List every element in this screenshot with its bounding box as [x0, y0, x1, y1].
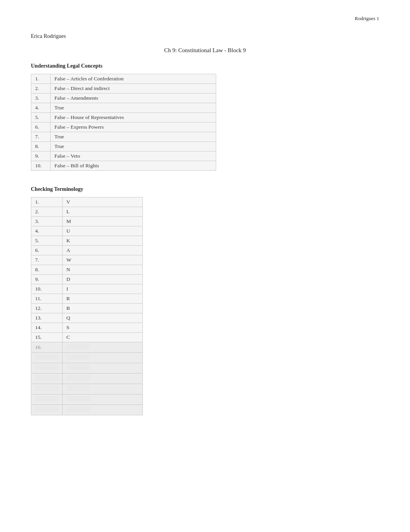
row-letter: [63, 363, 143, 374]
row-letter: W: [63, 255, 143, 265]
row-number: 1.: [31, 197, 63, 207]
row-number: [31, 405, 63, 415]
row-letter: [63, 384, 143, 394]
table-row: 14. S: [31, 323, 143, 333]
checking-terminology-table: 1. V 2. L 3. M 4. U 5. K 6. A 7. W 8.: [31, 197, 143, 415]
row-answer: True: [51, 142, 216, 151]
row-answer: False – Direct and indirect: [51, 84, 216, 93]
row-number: 10.: [31, 161, 51, 171]
row-letter: [63, 353, 143, 363]
table-row: 3. M: [31, 217, 143, 226]
table-row: 15. C: [31, 333, 143, 342]
row-number: 6.: [31, 246, 63, 255]
row-number: [31, 363, 63, 374]
row-answer: False – Bill of Rights: [51, 161, 216, 171]
row-number: 3.: [31, 93, 51, 103]
row-number: 10.: [31, 284, 63, 294]
row-letter: [63, 394, 143, 405]
row-number: 9.: [31, 275, 63, 284]
row-letter: B: [63, 304, 143, 313]
table-row: 10. False – Bill of Rights: [31, 161, 216, 171]
row-letter: V: [63, 197, 143, 207]
header-page-label: Rodrigues 1: [355, 15, 379, 22]
table-row: 5. False – House of Representatives: [31, 113, 216, 122]
author-line: Erica Rodrigues: [31, 33, 379, 39]
table-row: 7. W: [31, 255, 143, 265]
table-row: 12. B: [31, 304, 143, 313]
table-row: 4. U: [31, 226, 143, 236]
row-letter: [63, 405, 143, 415]
table-row: 11. R: [31, 294, 143, 304]
row-number: 15.: [31, 333, 63, 342]
table-row: 8. True: [31, 142, 216, 151]
table-row: 2. L: [31, 207, 143, 217]
row-letter: [63, 342, 143, 353]
table-row: 5. K: [31, 236, 143, 246]
table-row: 6. A: [31, 246, 143, 255]
table-row: 8. N: [31, 265, 143, 275]
table-row: 1. False – Articles of Confederation: [31, 74, 216, 84]
row-answer: False – Express Powers: [51, 122, 216, 132]
row-number: 8.: [31, 142, 51, 151]
row-number: 4.: [31, 226, 63, 236]
row-answer: False – House of Representatives: [51, 113, 216, 122]
table-row: 1. V: [31, 197, 143, 207]
author-name: Erica Rodrigues: [31, 33, 66, 39]
row-letter: K: [63, 236, 143, 246]
row-number: 4.: [31, 103, 51, 113]
table-row: 10. I: [31, 284, 143, 294]
section1-title: Understanding Legal Concepts: [31, 63, 379, 69]
row-number: 9.: [31, 151, 51, 161]
row-number: 5.: [31, 236, 63, 246]
table-row: 2. False – Direct and indirect: [31, 84, 216, 93]
row-number: 11.: [31, 294, 63, 304]
section2: Checking Terminology 1. V 2. L 3. M 4. U…: [31, 186, 379, 415]
row-letter: L: [63, 207, 143, 217]
row-number: 7.: [31, 132, 51, 142]
row-letter: A: [63, 246, 143, 255]
row-number: 13.: [31, 313, 63, 323]
row-letter: D: [63, 275, 143, 284]
row-letter: U: [63, 226, 143, 236]
row-number: 16.: [31, 342, 63, 353]
row-number: 3.: [31, 217, 63, 226]
row-number: 2.: [31, 207, 63, 217]
section2-title: Checking Terminology: [31, 186, 379, 192]
table-row: 4. True: [31, 103, 216, 113]
row-number: [31, 384, 63, 394]
understanding-legal-concepts-table: 1. False – Articles of Confederation 2. …: [31, 74, 216, 171]
table-row: 3. False – Amendments: [31, 93, 216, 103]
row-answer: False – Veto: [51, 151, 216, 161]
row-letter: Q: [63, 313, 143, 323]
row-letter: C: [63, 333, 143, 342]
row-number: 14.: [31, 323, 63, 333]
row-number: 2.: [31, 84, 51, 93]
table-row: [31, 405, 143, 415]
row-letter: N: [63, 265, 143, 275]
row-letter: M: [63, 217, 143, 226]
row-number: 8.: [31, 265, 63, 275]
section1: Understanding Legal Concepts 1. False – …: [31, 63, 379, 171]
row-answer: False – Articles of Confederation: [51, 74, 216, 84]
table-row: 16.: [31, 342, 143, 353]
table-row: 9. False – Veto: [31, 151, 216, 161]
table-row: 7. True: [31, 132, 216, 142]
row-answer: False – Amendments: [51, 93, 216, 103]
table-row: [31, 394, 143, 405]
table-row: [31, 363, 143, 374]
row-letter: R: [63, 294, 143, 304]
row-answer: True: [51, 132, 216, 142]
table-row: [31, 353, 143, 363]
row-letter: S: [63, 323, 143, 333]
row-number: 5.: [31, 113, 51, 122]
table-row: 6. False – Express Powers: [31, 122, 216, 132]
row-number: 6.: [31, 122, 51, 132]
table-row: 9. D: [31, 275, 143, 284]
row-number: 12.: [31, 304, 63, 313]
row-number: [31, 374, 63, 384]
table-row: [31, 384, 143, 394]
page-header: Rodrigues 1: [31, 15, 379, 22]
row-letter: [63, 374, 143, 384]
row-letter: I: [63, 284, 143, 294]
table-row: [31, 374, 143, 384]
